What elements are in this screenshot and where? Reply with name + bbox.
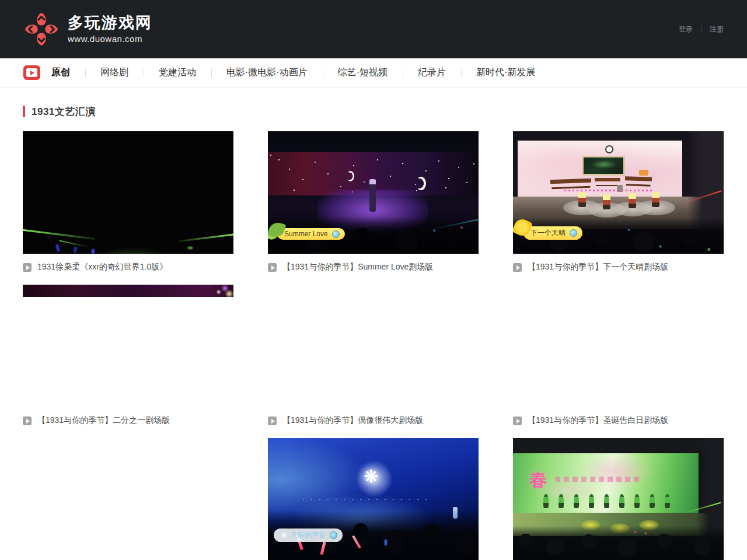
nav-item-webseries[interactable]: 网络剧 bbox=[85, 66, 144, 79]
login-link[interactable]: 登录 bbox=[679, 24, 693, 34]
led-light-strip bbox=[564, 190, 652, 191]
video-badge: ❄ 天际的声音 bbox=[274, 528, 343, 542]
nav-item-movies[interactable]: 电影·微电影·动画片 bbox=[211, 66, 323, 79]
video-card-empty bbox=[23, 438, 233, 560]
performer-on-chair bbox=[652, 192, 659, 207]
laser-beam bbox=[23, 229, 95, 240]
play-icon bbox=[23, 416, 32, 425]
video-badge: 下一个天晴 bbox=[523, 226, 582, 240]
auth-divider bbox=[701, 26, 701, 33]
video-title[interactable]: 【1931与你的季节】二分之一剧场版 bbox=[37, 415, 170, 426]
video-title[interactable]: 【1931与你的季节】下一个天晴剧场版 bbox=[528, 262, 668, 272]
video-thumbnail-spring-dance[interactable]: 春 bbox=[513, 438, 724, 560]
performer-on-chair bbox=[578, 192, 586, 207]
video-card: 下一个天晴 【1931与你的季节】下一个天晴剧场版 bbox=[513, 131, 724, 273]
glow-stick bbox=[74, 247, 77, 253]
performer-silhouette bbox=[369, 179, 376, 212]
audience-silhouettes bbox=[513, 526, 724, 560]
main-nav: 原创 网络剧 党建活动 电影·微电影·动画片 综艺·短视频 纪录片 新时代·新发… bbox=[0, 58, 747, 88]
section-accent-bar bbox=[23, 106, 25, 117]
brand-text: 多玩游戏网 www.duowan.com bbox=[68, 15, 152, 44]
performer-on-chair bbox=[603, 194, 610, 209]
mascot-icon bbox=[570, 229, 577, 237]
dancer-silhouette bbox=[543, 494, 549, 508]
nav-item-party-activities[interactable]: 党建活动 bbox=[144, 66, 211, 79]
badge-text: Summer Love bbox=[284, 230, 328, 238]
video-channel-icon bbox=[23, 65, 40, 80]
main-content: 1931文艺汇演 1931徐枭柔《xxr的奇幻世界1.0版》 bbox=[0, 88, 747, 560]
video-caption: 1931徐枭柔《xxr的奇幻世界1.0版》 bbox=[23, 261, 233, 273]
play-icon bbox=[268, 263, 277, 272]
video-caption: 【1931与你的季节】下一个天晴剧场版 bbox=[513, 261, 724, 273]
video-thumbnail-blank[interactable] bbox=[513, 285, 724, 407]
video-title[interactable]: 【1931与你的季节】偶像很伟大剧场版 bbox=[282, 415, 423, 426]
video-caption: 【1931与你的季节】Summer Love剧场版 bbox=[268, 261, 479, 273]
play-icon bbox=[513, 263, 522, 272]
snowflake-decor-icon: ❄ bbox=[281, 531, 287, 540]
video-badge: Summer Love bbox=[277, 228, 345, 240]
video-card: 【1931与你的季节】圣诞告白日剧场版 bbox=[513, 285, 724, 426]
video-title[interactable]: 【1931与你的季节】Summer Love剧场版 bbox=[282, 262, 433, 272]
video-card: 春 bbox=[513, 438, 724, 560]
video-grid: 1931徐枭柔《xxr的奇幻世界1.0版》 Summer Love bbox=[23, 131, 724, 560]
gamepad-logo-icon bbox=[23, 11, 60, 47]
nav-item-variety-shorts[interactable]: 综艺·短视频 bbox=[323, 66, 403, 79]
video-card: 【1931与你的季节】偶像很伟大剧场版 bbox=[268, 285, 479, 426]
spotlight bbox=[637, 200, 675, 215]
wall-clock bbox=[605, 145, 613, 153]
nav-item-new-era[interactable]: 新时代·新发展 bbox=[461, 66, 550, 79]
video-thumbnail-sky-voice[interactable]: ❋ ❄ 天际的声音 bbox=[268, 438, 479, 560]
play-icon bbox=[268, 416, 277, 425]
video-thumbnail-classroom-stage[interactable]: 下一个天晴 bbox=[513, 131, 724, 254]
video-title[interactable]: 1931徐枭柔《xxr的奇幻世界1.0版》 bbox=[37, 262, 167, 272]
nav-list: 原创 网络剧 党建活动 电影·微电影·动画片 综艺·短视频 纪录片 新时代·新发… bbox=[51, 66, 550, 79]
video-thumbnail-partial[interactable] bbox=[23, 285, 233, 407]
video-caption: 【1931与你的季节】二分之一剧场版 bbox=[23, 415, 233, 426]
video-caption: 【1931与你的季节】圣诞告白日剧场版 bbox=[513, 415, 724, 426]
dancer-silhouette bbox=[665, 494, 670, 508]
site-name: 多玩游戏网 bbox=[68, 15, 152, 32]
school-desk bbox=[595, 178, 620, 181]
stage-glow bbox=[99, 247, 169, 254]
video-thumbnail-summer-love[interactable]: Summer Love bbox=[268, 131, 479, 254]
site-header: 多玩游戏网 www.duowan.com 登录 注册 bbox=[0, 0, 747, 58]
crescent-moon bbox=[416, 177, 426, 190]
blackboard-glow bbox=[592, 160, 616, 169]
partially-loaded-image-strip bbox=[23, 285, 233, 297]
video-card: Summer Love 【1931与你的季节】Summer Love剧场版 bbox=[268, 131, 479, 273]
nav-item-original[interactable]: 原创 bbox=[51, 66, 85, 79]
nav-item-documentary[interactable]: 纪录片 bbox=[403, 66, 461, 79]
mascot-icon bbox=[330, 531, 337, 539]
laser-beam bbox=[179, 233, 233, 242]
stage-screen-text: 春 bbox=[529, 468, 547, 492]
orange-chair bbox=[639, 170, 648, 176]
glow-stick bbox=[453, 507, 458, 519]
badge-text: 天际的声音 bbox=[291, 530, 326, 540]
star-field bbox=[270, 155, 271, 156]
badge-text: 下一个天晴 bbox=[530, 228, 566, 238]
glow-stick bbox=[188, 247, 193, 249]
video-thumbnail-dark-concert[interactable] bbox=[23, 131, 233, 254]
dancer-silhouette bbox=[558, 494, 564, 508]
crescent-moon bbox=[347, 171, 354, 181]
auth-links: 登录 注册 bbox=[679, 24, 724, 34]
performer-on-chair bbox=[629, 193, 636, 208]
dancer-silhouette bbox=[574, 494, 579, 508]
site-logo[interactable]: 多玩游戏网 www.duowan.com bbox=[23, 11, 152, 47]
video-thumbnail-blank[interactable] bbox=[268, 285, 479, 407]
dancer-group bbox=[543, 494, 683, 508]
glow-stick bbox=[92, 249, 95, 254]
video-caption: 【1931与你的季节】偶像很伟大剧场版 bbox=[268, 415, 479, 426]
register-link[interactable]: 注册 bbox=[710, 24, 724, 34]
video-card: ❋ ❄ 天际的声音 bbox=[268, 438, 479, 560]
site-url: www.duowan.com bbox=[68, 34, 152, 44]
dancer-silhouette bbox=[634, 494, 640, 508]
glow-stick bbox=[56, 244, 60, 252]
blurred-screen-subtitle bbox=[555, 477, 643, 482]
video-title[interactable]: 【1931与你的季节】圣诞告白日剧场版 bbox=[528, 415, 668, 426]
dancer-silhouette bbox=[619, 494, 624, 508]
play-icon bbox=[513, 416, 522, 425]
section-header: 1931文艺汇演 bbox=[23, 105, 724, 118]
mascot-icon bbox=[332, 230, 340, 238]
video-card: 【1931与你的季节】二分之一剧场版 bbox=[23, 285, 233, 426]
